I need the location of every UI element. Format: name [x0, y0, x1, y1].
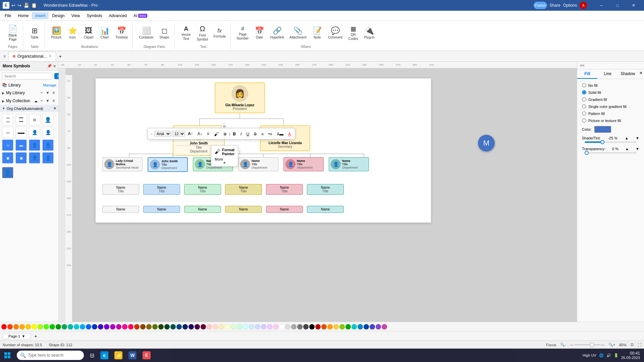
my-library-arrow[interactable]: ▶ — [2, 91, 5, 95]
org-bottom-card-2[interactable]: 👤 John Smith Title Department — [148, 157, 188, 172]
color-dark-red[interactable] — [134, 324, 140, 329]
vector-text-btn[interactable]: A VectorText — [179, 24, 194, 42]
color-indigo[interactable] — [98, 324, 103, 329]
org-bottom-card-4[interactable]: 👤 Name Title Department — [238, 157, 278, 171]
color-teal-green[interactable] — [62, 324, 67, 329]
options-btn[interactable]: Options — [563, 3, 577, 8]
row5-box-2[interactable]: Name — [143, 206, 180, 213]
color-dark-purple[interactable] — [195, 324, 200, 329]
color-blue[interactable] — [86, 324, 91, 329]
shape-item-9[interactable]: ▭ — [2, 139, 13, 151]
my-collection-arrow[interactable]: ▶ — [2, 99, 5, 103]
shape-item-6[interactable]: ▬▬ — [15, 127, 27, 138]
date-btn[interactable]: 📅 Date — [252, 26, 267, 41]
redo-btn[interactable]: ↪ — [17, 3, 21, 8]
menu-advanced[interactable]: Advanced — [106, 12, 130, 19]
taskbar-edge-btn[interactable]: e — [98, 349, 111, 361]
menu-view[interactable]: View — [68, 12, 84, 19]
timeline-btn[interactable]: 📅 Timeline — [113, 26, 130, 41]
color-light-yellow[interactable] — [225, 324, 230, 329]
transparency-slider-bar[interactable] — [585, 152, 637, 154]
color-wine[interactable] — [201, 324, 206, 329]
rp-tab-line[interactable]: Line — [597, 69, 618, 79]
row4-box-5[interactable]: Name Title — [266, 184, 303, 195]
taskbar-edraw-btn[interactable]: E — [140, 349, 153, 361]
rp-tab-fill[interactable]: Fill — [577, 69, 597, 79]
color-light-magenta[interactable] — [273, 324, 278, 329]
color-gold[interactable] — [333, 324, 339, 329]
color-purple2[interactable] — [376, 324, 381, 329]
collection-menu-icon[interactable]: ▼ — [45, 98, 50, 104]
taskbar-explorer-btn[interactable]: 📁 — [112, 349, 125, 361]
bullet-btn[interactable]: •≡ — [266, 131, 274, 137]
row4-box-2[interactable]: Name Title — [143, 184, 180, 195]
save-btn[interactable]: 💾 — [23, 3, 29, 8]
color-lavender-blue[interactable] — [255, 324, 260, 329]
tab-organizational[interactable]: Organizational... ✕ — [8, 52, 56, 61]
color-purple[interactable] — [110, 324, 115, 329]
shape-item-11[interactable]: 👤 — [29, 139, 40, 151]
color-forest[interactable] — [164, 324, 170, 329]
fill-single-gradient-option[interactable]: Single color gradient fill — [580, 103, 641, 110]
paint-brush-btn[interactable]: 🖌 — [212, 130, 221, 138]
color-violet[interactable] — [104, 324, 109, 329]
org-close-icon[interactable]: ✕ — [53, 106, 56, 111]
menu-symbols[interactable]: Symbols — [84, 12, 106, 19]
shade-increment[interactable]: ▲ — [625, 136, 629, 140]
color-dark-navy[interactable] — [182, 324, 188, 329]
font-increase-btn[interactable]: A↑ — [186, 130, 195, 137]
search-taskbar-btn[interactable]: 🔍 Type here to search — [14, 349, 87, 361]
menu-home[interactable]: Home — [14, 12, 32, 19]
menu-file[interactable]: File — [1, 12, 14, 19]
library-menu-icon[interactable]: ▼ — [45, 90, 50, 96]
row5-box-1[interactable]: Name — [102, 206, 139, 213]
canvas-content[interactable]: 10 30 50 70 90 110 130 150 170 190 210 2… — [65, 68, 577, 322]
color-red[interactable] — [1, 324, 7, 329]
task-view-btn[interactable]: ⊟ — [87, 349, 97, 361]
strikethrough-btn[interactable]: S — [252, 131, 259, 137]
color-yellow[interactable] — [25, 324, 31, 329]
minimize-btn[interactable]: ─ — [594, 0, 609, 11]
color-pink2[interactable] — [382, 324, 387, 329]
fit-page-btn[interactable]: ⊡ — [631, 343, 634, 347]
picture-btn[interactable]: 🖼️ Picture — [49, 26, 64, 41]
shape-btn[interactable]: ◻ Shape — [157, 26, 172, 41]
color-lavender[interactable] — [261, 324, 266, 329]
italic-btn[interactable]: I — [238, 131, 244, 137]
color-charcoal[interactable] — [303, 324, 309, 329]
font-size-select[interactable]: 12 — [172, 131, 185, 137]
transparency-increment[interactable]: ▲ — [625, 147, 629, 151]
align-btn[interactable]: ≡ — [205, 130, 211, 137]
table-btn[interactable]: ⊞ Table — [27, 26, 42, 41]
color-grey[interactable] — [291, 324, 297, 329]
shape-item-4[interactable]: 👤 — [42, 114, 54, 125]
color-blue3[interactable] — [370, 324, 375, 329]
color-cream[interactable] — [219, 324, 224, 329]
add-page-btn[interactable]: + — [32, 333, 39, 340]
shape-item-8[interactable]: 👤 — [42, 127, 54, 138]
fill-picture-option[interactable]: Picture or texture fill — [580, 117, 641, 124]
color-olive[interactable] — [152, 324, 158, 329]
add-tab-btn[interactable]: + — [57, 53, 63, 60]
color-dark-blue[interactable] — [92, 324, 97, 329]
color-peach[interactable] — [213, 324, 218, 329]
rp-close-btn[interactable]: ✕ — [638, 69, 644, 79]
color-amber[interactable] — [19, 324, 25, 329]
focus-btn[interactable]: Focus — [546, 343, 556, 347]
my-collection-section[interactable]: ▶ My Collection ☁ + ▼ ✕ — [0, 97, 58, 105]
search-input[interactable] — [2, 73, 53, 79]
page-tab-1-dropdown[interactable]: ▼ — [21, 334, 25, 338]
close-collection-icon[interactable]: ✕ — [51, 98, 56, 104]
add-collection-icon[interactable]: + — [39, 98, 44, 104]
start-btn[interactable] — [1, 349, 13, 361]
shade-slider-bar[interactable] — [585, 141, 637, 143]
icon-btn[interactable]: ⭐ Icon — [65, 26, 80, 41]
shape-item-12[interactable]: 👤 — [42, 139, 54, 151]
bold-btn[interactable]: B — [231, 131, 238, 137]
color-dark-grey[interactable] — [297, 324, 303, 329]
font-decrease-btn[interactable]: A↓ — [196, 130, 204, 137]
zoom-slider[interactable]: ─ ─ — [570, 343, 604, 347]
user-avatar[interactable]: A — [580, 2, 587, 9]
chart-btn[interactable]: 📊 Chart — [97, 26, 112, 41]
publish-btn[interactable]: Publish — [534, 2, 547, 9]
